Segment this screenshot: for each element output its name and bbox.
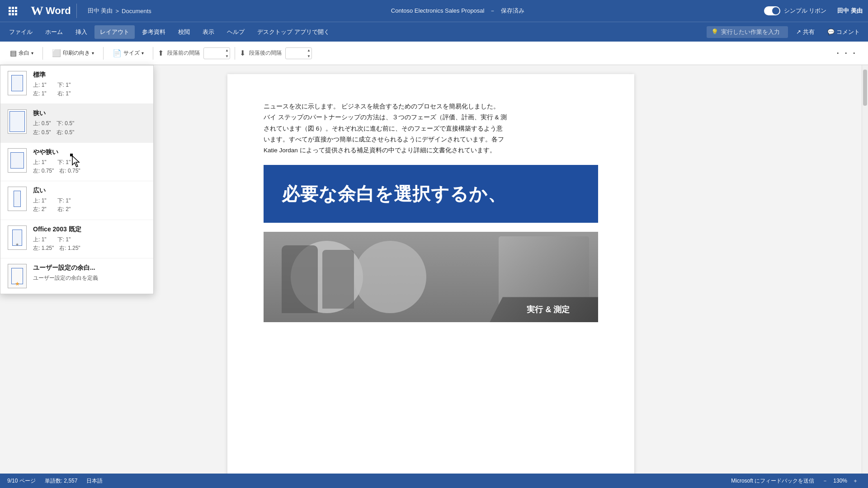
menu-file[interactable]: ファイル: [4, 25, 38, 39]
margin-name-wide: 広い: [33, 187, 146, 195]
margin-icon-office2003: ★: [8, 225, 27, 250]
share-button[interactable]: ↗ 共有: [792, 25, 819, 39]
margin-dropdown: 標準 上: 1" 下: 1" 左: 1" 右: 1" 狭い 上: 0.5" 下:…: [0, 65, 154, 294]
scrollbar-thumb[interactable]: [863, 70, 867, 106]
menu-home[interactable]: ホーム: [40, 25, 68, 39]
spacing-after-down-arrow[interactable]: ▼: [306, 53, 311, 59]
size-icon: 📄: [113, 49, 122, 57]
spacing-before-icon: ⬆: [158, 49, 164, 57]
svg-rect-0: [9, 7, 11, 9]
margin-info-custom: ユーザー設定の余白... ユーザー設定の余白を定義: [33, 264, 146, 282]
menu-desktop[interactable]: デスクトップ アプリで開く: [252, 25, 335, 39]
save-status: 保存済み: [501, 7, 524, 14]
margin-item-custom[interactable]: ★ ユーザー設定の余白... ユーザー設定の余白を定義: [0, 258, 153, 294]
margin-detail-standard: 上: 1" 下: 1" 左: 1" 右: 1": [33, 81, 146, 98]
svg-rect-1: [12, 7, 14, 9]
spacing-before-arrows[interactable]: ▲ ▼: [224, 47, 230, 59]
doc-para-1: ニュースを次に示します。 ビジネスを統合するためのプロセスを簡易化しました。: [264, 101, 598, 112]
svg-rect-8: [15, 13, 17, 15]
menu-references[interactable]: 参考資料: [137, 25, 171, 39]
scrollbar[interactable]: [862, 65, 868, 474]
margin-item-standard[interactable]: 標準 上: 1" 下: 1" 左: 1" 右: 1": [0, 66, 153, 104]
doc-para-4: います。すべてが直接かつ簡単に成立させられるようにデザインされています。各フ: [264, 134, 598, 145]
img-banner-text: 実行 & 測定: [518, 302, 570, 317]
svg-rect-4: [12, 10, 14, 12]
spacing-before-label: 段落前の間隔: [167, 49, 200, 57]
simple-ribbon-toggle[interactable]: シンプル リボン: [764, 6, 827, 15]
spacing-before-up-arrow[interactable]: ▲: [224, 47, 230, 53]
search-bar[interactable]: 💡 実行したい作業を入力: [707, 26, 788, 38]
margin-item-office2003[interactable]: ★ Office 2003 既定 上: 1" 下: 1" 左: 1.25" 右:…: [0, 220, 153, 258]
doc-banner-text: 必要な余白を選択するか、: [282, 184, 506, 204]
margin-item-narrow[interactable]: 狭い 上: 0.5" 下: 0.5" 左: 0.5" 右: 0.5": [0, 104, 153, 142]
doc-para-5: Katie Jordan によって提供される補足資料の中でより詳細に文書化されて…: [264, 145, 598, 156]
app-grid-icon[interactable]: [5, 4, 20, 18]
doc-blue-banner: 必要な余白を選択するか、: [264, 165, 598, 223]
comment-label: コメント: [836, 28, 860, 36]
spacing-before-down-arrow[interactable]: ▼: [224, 53, 230, 59]
orientation-button[interactable]: ⬜ 印刷の向き ▾: [47, 46, 99, 60]
margin-info-standard: 標準 上: 1" 下: 1" 左: 1" 右: 1": [33, 71, 146, 98]
margin-detail-narrow: 上: 0.5" 下: 0.5" 左: 0.5" 右: 0.5": [33, 119, 146, 136]
status-right: Microsoft にフィードバックを送信 － 130% ＋: [731, 476, 861, 486]
spacing-after-up-arrow[interactable]: ▲: [306, 47, 311, 53]
margin-item-wide[interactable]: 広い 上: 1" 下: 1" 左: 2" 右: 2": [0, 181, 153, 220]
toolbar-sep-1: [42, 47, 43, 60]
menu-layout[interactable]: レイアウト: [94, 25, 135, 39]
margin-name-standard: 標準: [33, 71, 146, 79]
spacing-before-group: ⬆ 段落前の間隔 0 pt ▲ ▼: [158, 47, 230, 59]
status-bar: 9/10 ページ 単語数: 2,557 日本語 Microsoft にフィードバ…: [0, 474, 868, 488]
spacing-after-icon: ⬇: [240, 49, 245, 57]
margin-icon-narrow: [8, 109, 27, 134]
spacing-before-value[interactable]: 0 pt ▲ ▼: [203, 47, 230, 59]
size-button[interactable]: 📄 サイズ ▾: [108, 46, 148, 60]
spacing-before-input[interactable]: 0 pt: [204, 50, 224, 56]
zoom-level: 130%: [833, 478, 847, 484]
feedback-text[interactable]: Microsoft にフィードバックを送信: [731, 477, 814, 485]
menu-insert[interactable]: 挿入: [70, 25, 93, 39]
breadcrumb: 田中 美由 > Documents: [82, 7, 151, 15]
more-button[interactable]: ・・・: [829, 46, 863, 61]
size-label: サイズ: [123, 49, 140, 57]
breadcrumb-folder[interactable]: Documents: [122, 8, 151, 14]
margin-info-medium: やや狭い 上: 1" 下: 1" 左: 0.75" 右: 0.75": [33, 148, 146, 175]
toolbar: ▤ 余白 ▾ ⬜ 印刷の向き ▾ 📄 サイズ ▾ ⬆ 段落前の間隔 0 pt ▲…: [0, 42, 868, 65]
size-chevron-icon: ▾: [142, 51, 144, 56]
margin-icon-medium: [8, 148, 27, 173]
menu-help[interactable]: ヘルプ: [222, 25, 250, 39]
svg-rect-3: [9, 10, 11, 12]
spacing-after-arrows[interactable]: ▲ ▼: [306, 47, 311, 59]
search-placeholder: 実行したい作業を入力: [721, 28, 780, 36]
doc-title: Contoso Electronics Sales Proposal: [391, 7, 485, 14]
margin-chevron-icon: ▾: [31, 51, 33, 56]
menu-review[interactable]: 校閲: [173, 25, 195, 39]
menu-right: 💡 実行したい作業を入力 ↗ 共有 💬 コメント: [707, 25, 864, 39]
margin-detail-medium: 上: 1" 下: 1" 左: 0.75" 右: 0.75": [33, 158, 146, 175]
comment-button[interactable]: 💬 コメント: [823, 25, 864, 39]
margin-button[interactable]: ▤ 余白 ▾: [5, 46, 38, 60]
margin-detail-wide: 上: 1" 下: 1" 左: 2" 右: 2": [33, 197, 146, 214]
margin-info-wide: 広い 上: 1" 下: 1" 左: 2" 右: 2": [33, 187, 146, 214]
toggle-switch[interactable]: [764, 6, 780, 15]
breadcrumb-sep: >: [115, 8, 119, 14]
breadcrumb-user[interactable]: 田中 美由: [88, 7, 113, 15]
spacing-after-value[interactable]: 8 pt ▲ ▼: [285, 47, 312, 59]
doc-para-2: バイ ステップのパートナーシップの方法は、３つのフェーズ（評価、計画、実行 & …: [264, 112, 598, 123]
margin-icon-custom: ★: [8, 264, 27, 288]
menu-view[interactable]: 表示: [197, 25, 220, 39]
toggle-label: シンプル リボン: [784, 7, 827, 15]
spacing-after-input[interactable]: 8 pt: [286, 50, 306, 56]
language: 日本語: [86, 477, 103, 485]
menu-bar: ファイル ホーム 挿入 レイアウト 参考資料 校閲 表示 ヘルプ デスクトップ …: [0, 22, 868, 42]
zoom-in-button[interactable]: ＋: [850, 476, 861, 486]
img-banner: 実行 & 測定: [490, 297, 598, 322]
orientation-chevron-icon: ▾: [92, 51, 94, 56]
share-icon: ↗: [796, 28, 801, 35]
zoom-out-button[interactable]: －: [820, 476, 830, 486]
orientation-icon: ⬜: [52, 49, 61, 57]
user-name[interactable]: 田中 美由: [837, 7, 863, 15]
doc-title-center: Contoso Electronics Sales Proposal － 保存済…: [157, 7, 759, 15]
margin-icon-standard: [8, 71, 27, 95]
margin-item-medium[interactable]: やや狭い 上: 1" 下: 1" 左: 0.75" 右: 0.75": [0, 143, 153, 181]
orientation-label: 印刷の向き: [63, 49, 90, 57]
